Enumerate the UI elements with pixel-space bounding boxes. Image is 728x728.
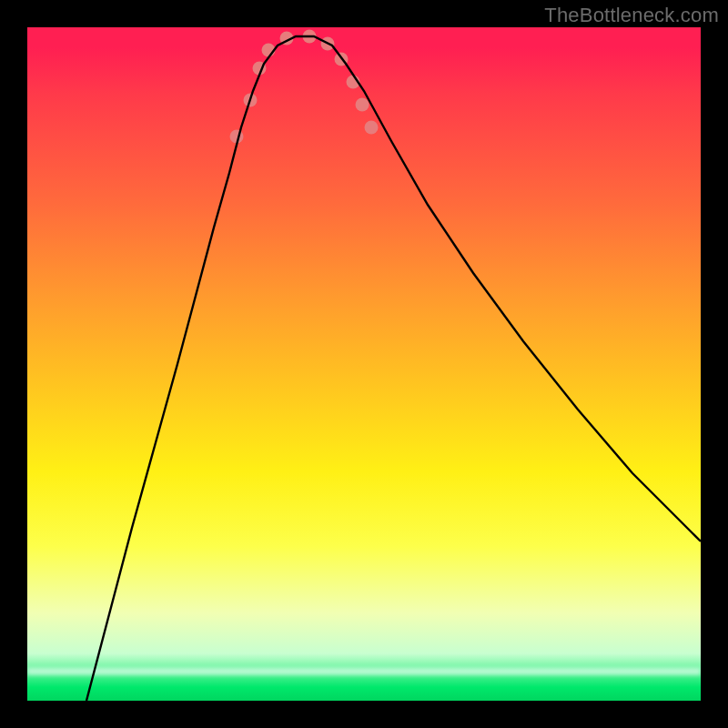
bottleneck-curve bbox=[86, 36, 701, 701]
data-markers bbox=[230, 30, 379, 144]
chart-svg bbox=[27, 27, 701, 701]
watermark-text: TheBottleneck.com bbox=[544, 4, 719, 27]
data-marker bbox=[365, 121, 379, 135]
data-marker bbox=[356, 98, 369, 112]
chart-frame: TheBottleneck.com bbox=[0, 0, 728, 728]
plot-area bbox=[27, 27, 701, 701]
